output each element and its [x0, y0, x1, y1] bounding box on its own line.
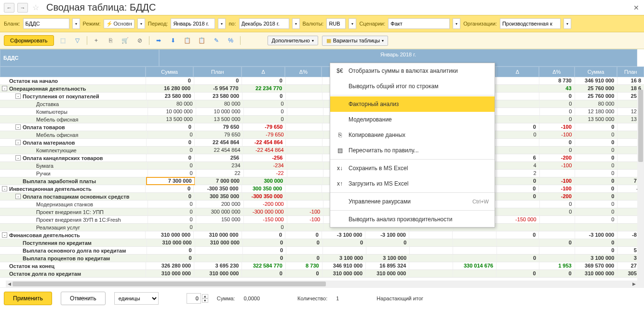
table-row[interactable]: Остаток на конец326 280 0003 695 230322 … [0, 262, 644, 270]
menu-item[interactable]: Управление ракурсамиCtrl+W [330, 194, 495, 209]
expand-icon[interactable]: - [15, 155, 21, 161]
cell[interactable]: 0 [575, 177, 617, 185]
table-row[interactable]: Комплектующие022 454 864-22 454 86400 [0, 147, 644, 154]
cell[interactable] [285, 85, 322, 92]
table-row[interactable]: Мебель офисная079 650-79 6500-1000 [0, 131, 644, 139]
arrow-down-icon[interactable]: ⬇ [168, 35, 178, 46]
cell[interactable]: -3 100 000 [322, 231, 365, 239]
table-row[interactable]: -Оплата поставщикам основных средств0300… [0, 193, 644, 201]
cell[interactable]: 322 584 770 [242, 262, 285, 269]
cell[interactable] [539, 170, 575, 177]
expand-icon[interactable]: - [2, 232, 7, 238]
cell[interactable]: 22 [196, 170, 243, 177]
units-select[interactable]: единицы [114, 292, 159, 305]
cell[interactable]: 0 [575, 123, 617, 131]
cell[interactable]: 22 454 864 [194, 139, 242, 146]
cell[interactable]: 0 [539, 139, 575, 146]
cell[interactable]: 7 000 000 [195, 177, 242, 185]
cell[interactable]: 80 000 [575, 100, 617, 107]
cell[interactable]: 0 [146, 154, 194, 161]
cell[interactable]: -79 650 [243, 131, 287, 138]
cell[interactable]: 0 [242, 93, 285, 100]
cell[interactable]: 0 [242, 77, 285, 84]
table-row[interactable]: Мебель офисная13 500 00013 500 0000013 5… [0, 116, 644, 123]
cell[interactable]: -256 [242, 154, 285, 161]
cell[interactable]: 0 [146, 77, 193, 84]
cell[interactable]: 300 000 [242, 177, 286, 185]
table-row[interactable]: -Поступления от покупателей23 580 00023 … [0, 93, 644, 100]
cell[interactable]: 0 [575, 239, 617, 246]
copy-icon[interactable]: ⎘ [106, 35, 116, 46]
cell[interactable]: 0 [286, 239, 322, 246]
cell[interactable]: 0 [539, 116, 575, 123]
cell[interactable] [453, 255, 496, 262]
cell[interactable] [322, 247, 366, 254]
cube-icon[interactable]: ⬚ [58, 35, 68, 46]
cell[interactable]: 6 [496, 154, 538, 161]
cell[interactable]: 369 570 000 [575, 262, 617, 269]
percent-icon[interactable]: % [226, 35, 236, 46]
cell[interactable]: 80 000 [196, 100, 243, 107]
cell[interactable] [496, 262, 539, 269]
cell[interactable]: -200 000 [243, 201, 287, 208]
cell[interactable]: 8 730 [539, 77, 575, 84]
table-row[interactable]: -Оплата канцелярских товаров0256-2566-20… [0, 154, 644, 162]
cell[interactable]: 0 [496, 123, 538, 131]
cell[interactable]: 0 [146, 123, 194, 131]
cell[interactable] [287, 116, 323, 123]
currency-select[interactable] [326, 18, 346, 29]
cell[interactable]: 13 500 000 [575, 116, 617, 123]
cell[interactable]: -22 454 864 [243, 147, 287, 154]
cell[interactable]: 0 [148, 131, 195, 138]
cell[interactable]: 256 [194, 154, 242, 161]
cell[interactable] [285, 77, 322, 84]
cell[interactable] [538, 231, 574, 239]
cell[interactable]: 0 [539, 270, 575, 277]
cell[interactable]: 0 [575, 208, 617, 215]
cell[interactable]: 0 [147, 255, 194, 262]
cell[interactable]: 310 000 000 [322, 270, 365, 277]
cell[interactable]: 0 [539, 108, 575, 115]
table-row[interactable]: Выплата заработной платы7 300 0007 000 0… [0, 177, 644, 185]
cell[interactable]: 300 000 000 [196, 208, 243, 215]
cell[interactable] [496, 108, 539, 115]
cell[interactable]: 310 000 000 [195, 239, 242, 246]
cell[interactable] [496, 201, 539, 208]
cell[interactable]: 79 650 [194, 123, 242, 131]
cell[interactable]: -3 100 000 [575, 231, 617, 239]
cell[interactable]: -100 [287, 216, 323, 223]
expand-icon[interactable]: - [2, 86, 7, 91]
cell[interactable] [287, 147, 323, 154]
cell[interactable] [453, 239, 496, 246]
cell[interactable]: 0 [496, 177, 539, 185]
cell[interactable]: 23 580 000 [146, 93, 194, 100]
blank-select[interactable] [23, 18, 69, 29]
variants-button[interactable]: ▦Варианты таблицы▾ [322, 36, 389, 46]
table-row[interactable]: -Финансовая деятельность310 000 000310 0… [0, 231, 644, 239]
delete-icon[interactable]: ⊘ [134, 35, 145, 46]
table-row[interactable]: Проект внедрения ЗУП в 1C:Fresh0150 000-… [0, 216, 644, 224]
cell[interactable]: 0 [148, 208, 195, 215]
paste-left-icon[interactable]: 📋 [182, 35, 193, 46]
cell[interactable] [496, 139, 538, 146]
menu-item[interactable]: ⎘Копирование данных [330, 127, 495, 143]
cell[interactable]: -100 [539, 123, 575, 131]
cell[interactable]: -300 350 000 [193, 185, 242, 192]
apply-button[interactable]: Применить [4, 292, 52, 305]
table-row[interactable]: -Операционная деятельность16 280 000-5 9… [0, 85, 644, 93]
cell[interactable]: 0 [575, 185, 617, 192]
expand-icon[interactable]: - [2, 186, 7, 191]
table-row[interactable]: -Инвестиционная деятельность0-300 350 00… [0, 185, 644, 193]
cell[interactable] [575, 224, 617, 231]
cell[interactable]: 0 [286, 255, 322, 262]
cell[interactable]: 7 300 000 [147, 177, 194, 185]
cell[interactable] [453, 270, 496, 277]
cell[interactable]: 80 000 [148, 100, 195, 107]
cell[interactable] [409, 270, 452, 277]
spin-input[interactable] [187, 293, 201, 304]
expand-icon[interactable]: - [15, 140, 21, 145]
table-row[interactable]: Реализация услуг00 [0, 224, 644, 231]
table-row[interactable]: -Оплата товаров079 650-79 6500-1000 [0, 123, 644, 131]
cell[interactable]: 346 910 000 [575, 77, 617, 84]
spin-up[interactable]: ▲ [202, 294, 208, 298]
